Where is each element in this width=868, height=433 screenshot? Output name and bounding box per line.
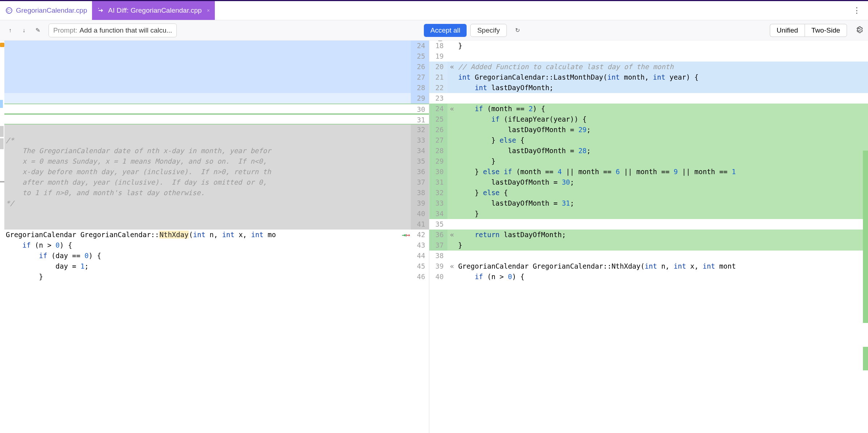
line-marker: «	[447, 261, 457, 272]
code-line: day = 1; 45	[4, 261, 429, 272]
code-text[interactable]: // Added Function to calculate last day …	[457, 62, 868, 72]
code-text[interactable]: } else {	[457, 135, 868, 146]
code-text[interactable]: }	[457, 209, 868, 219]
code-text[interactable]: int GregorianCalendar::LastMonthDay(int …	[457, 72, 868, 83]
code-text[interactable]	[457, 93, 868, 104]
code-text[interactable]: lastDayOfMonth = 28;	[457, 146, 868, 156]
specify-button[interactable]: Specify	[470, 24, 506, 37]
view-two-side[interactable]: Two-Side	[805, 24, 847, 37]
line-marker	[401, 62, 411, 72]
line-marker	[401, 240, 411, 251]
code-text[interactable]: GregorianCalendar GregorianCalendar::Nth…	[457, 261, 868, 272]
code-text[interactable]: } else {	[457, 188, 868, 198]
code-text[interactable]	[4, 93, 401, 104]
code-text[interactable]	[4, 209, 401, 219]
code-text[interactable]: if (month == 2) {	[457, 104, 868, 114]
code-text[interactable]	[4, 62, 401, 72]
prompt-input[interactable]: Prompt: Add a function that will calcu..…	[49, 24, 177, 37]
code-line: 29	[4, 93, 429, 104]
code-text[interactable]: if (n > 0) {	[457, 272, 868, 282]
accept-all-button[interactable]: Accept all	[424, 24, 467, 37]
collapse-icon[interactable]: «	[450, 105, 454, 113]
line-marker	[447, 125, 457, 135]
code-line: 25	[4, 51, 429, 62]
code-text[interactable]	[4, 125, 401, 135]
code-text[interactable]: if (ifLeapYear(year)) {	[457, 114, 868, 125]
code-line: 19	[429, 51, 868, 62]
move-change-icon[interactable]: ↦	[406, 231, 410, 239]
collapse-icon[interactable]: «	[450, 262, 454, 270]
next-change-icon[interactable]: ↓	[19, 25, 29, 35]
code-text[interactable]	[4, 104, 401, 113]
code-text[interactable]	[4, 115, 401, 124]
code-text[interactable]: }	[4, 272, 401, 282]
svg-rect-3	[438, 41, 442, 41]
code-text[interactable]	[4, 219, 401, 230]
line-marker	[447, 146, 457, 156]
line-marker	[401, 72, 411, 83]
line-number: 31	[411, 115, 429, 124]
code-text[interactable]: after month day, year (inclusive). If da…	[4, 177, 401, 188]
code-line: GregorianCalendar GregorianCalendar::Nth…	[4, 230, 429, 240]
line-marker	[447, 41, 457, 51]
line-number: 38	[429, 251, 447, 261]
code-text[interactable]: lastDayOfMonth = 30;	[457, 177, 868, 188]
code-text[interactable]	[4, 72, 401, 83]
code-line: } 46	[4, 272, 429, 282]
code-text[interactable]	[4, 41, 401, 51]
code-line: 37 }	[429, 240, 868, 251]
code-text[interactable]: lastDayOfMonth = 29;	[457, 125, 868, 135]
tab-ai-diff[interactable]: AI Diff: GregorianCalendar.cpp ×	[92, 1, 215, 20]
code-line: 32 } else {	[429, 188, 868, 198]
edit-icon[interactable]: ✎	[33, 25, 43, 35]
code-text[interactable]: if (n > 0) {	[4, 240, 401, 251]
line-number: 21	[429, 72, 447, 83]
code-line: 32	[4, 125, 429, 135]
code-text[interactable]: */	[4, 198, 401, 209]
tab-ai-diff-label: AI Diff: GregorianCalendar.cpp	[108, 7, 201, 14]
collapse-icon[interactable]: «	[450, 231, 454, 239]
code-text[interactable]: }	[457, 41, 868, 51]
tab-file[interactable]: C⁺ GregorianCalendar.cpp	[0, 1, 92, 20]
prev-change-icon[interactable]: ↑	[5, 25, 15, 35]
line-number: 28	[429, 146, 447, 156]
code-text[interactable]: return lastDayOfMonth;	[457, 230, 868, 240]
code-text[interactable]: x = 0 means Sunday, x = 1 means Monday, …	[4, 156, 401, 167]
line-marker	[447, 114, 457, 125]
warning-icon[interactable]	[0, 43, 4, 47]
code-text[interactable]	[4, 83, 401, 93]
code-text[interactable]: int lastDayOfMonth;	[457, 83, 868, 93]
diff-toolbar: ↑ ↓ ✎ Prompt: Add a function that will c…	[0, 20, 868, 41]
line-marker	[447, 188, 457, 198]
line-number: 25	[429, 114, 447, 125]
code-text[interactable]	[4, 51, 401, 62]
close-icon[interactable]: ×	[207, 8, 210, 13]
refresh-icon[interactable]: ↻	[513, 25, 523, 35]
code-line: 23	[429, 93, 868, 104]
code-line: 22 int lastDayOfMonth;	[429, 83, 868, 93]
code-text[interactable]: /*	[4, 135, 401, 146]
code-text[interactable]	[457, 251, 868, 261]
move-change-icon[interactable]: ⇥	[402, 231, 406, 239]
code-text[interactable]: } else if (month == 4 || month == 6 || m…	[457, 167, 868, 177]
code-text[interactable]: if (day == 0) {	[4, 251, 401, 261]
overview-strip[interactable]	[863, 41, 868, 433]
code-text[interactable]: x-day before month day, year (inclusive)…	[4, 167, 401, 177]
code-text[interactable]: The GregorianCalendar date of nth x-day …	[4, 146, 401, 156]
code-text[interactable]: day = 1;	[4, 261, 401, 272]
collapse-icon[interactable]: «	[450, 63, 454, 71]
code-text[interactable]: GregorianCalendar GregorianCalendar::Nth…	[4, 230, 401, 240]
code-text[interactable]: to 1 if n>0, and month's last day otherw…	[4, 188, 401, 198]
code-text[interactable]	[457, 219, 868, 230]
line-marker	[447, 156, 457, 167]
code-text[interactable]: }	[457, 156, 868, 167]
code-text[interactable]	[457, 51, 868, 62]
line-marker	[401, 198, 411, 209]
more-menu-icon[interactable]: ⋮	[846, 6, 868, 15]
code-text[interactable]: lastDayOfMonth = 31;	[457, 198, 868, 209]
cpp-file-icon: C⁺	[5, 7, 13, 14]
view-unified[interactable]: Unified	[770, 24, 805, 37]
gear-icon[interactable]	[855, 26, 863, 35]
view-toggle: Unified Two-Side	[770, 24, 847, 37]
code-text[interactable]: }	[457, 240, 868, 251]
